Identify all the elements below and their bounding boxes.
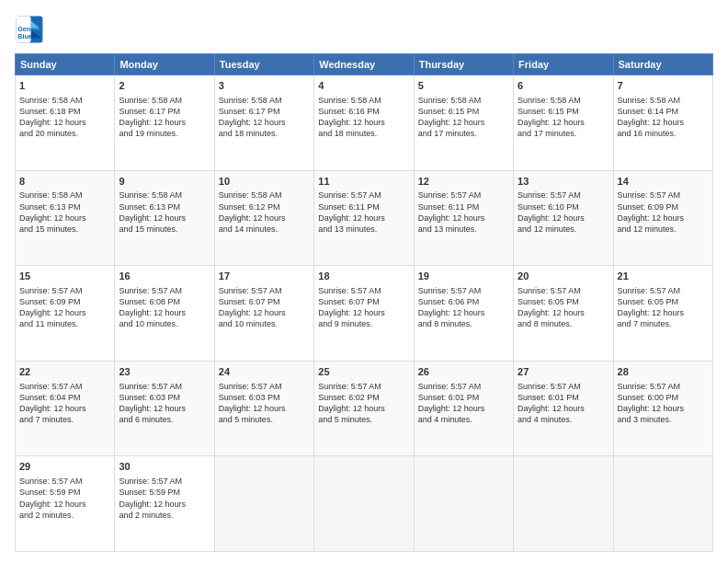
table-row: 22Sunrise: 5:57 AMSunset: 6:04 PMDayligh… [16, 361, 115, 456]
day-info: and 7 minutes. [618, 318, 709, 329]
day-info: Daylight: 12 hours [518, 403, 609, 414]
day-info: Sunrise: 5:58 AM [19, 95, 110, 106]
day-info: Sunset: 6:13 PM [119, 201, 210, 213]
day-info: Sunset: 6:14 PM [618, 106, 709, 117]
day-info: Sunrise: 5:57 AM [418, 381, 509, 392]
day-info: Sunrise: 5:57 AM [418, 285, 509, 296]
day-info: Daylight: 12 hours [119, 117, 210, 128]
day-number: 17 [219, 270, 310, 283]
day-info: Sunset: 5:59 PM [19, 487, 110, 498]
day-number: 24 [219, 365, 310, 379]
day-number: 16 [119, 270, 210, 283]
header-row: SundayMondayTuesdayWednesdayThursdayFrid… [16, 54, 713, 75]
day-info: and 15 minutes. [119, 224, 210, 235]
col-header-tuesday: Tuesday [214, 54, 313, 75]
day-info: Daylight: 12 hours [418, 213, 509, 224]
day-info: Sunset: 6:05 PM [518, 296, 609, 307]
day-info: Sunrise: 5:57 AM [119, 476, 210, 487]
table-row: 8Sunrise: 5:58 AMSunset: 6:13 PMDaylight… [16, 170, 115, 266]
day-info: Sunrise: 5:57 AM [618, 190, 709, 201]
calendar-week-3: 15Sunrise: 5:57 AMSunset: 6:09 PMDayligh… [16, 266, 713, 362]
col-header-saturday: Saturday [613, 54, 712, 75]
day-info: Daylight: 12 hours [518, 117, 609, 128]
day-info: Daylight: 12 hours [19, 213, 110, 224]
table-row: 16Sunrise: 5:57 AMSunset: 6:08 PMDayligh… [115, 266, 214, 362]
day-info: Daylight: 12 hours [119, 307, 210, 318]
day-info: Daylight: 12 hours [418, 307, 509, 318]
svg-text:Blue: Blue [17, 32, 32, 40]
day-info: and 13 minutes. [318, 224, 409, 235]
day-number: 14 [618, 175, 709, 189]
table-row: 19Sunrise: 5:57 AMSunset: 6:06 PMDayligh… [414, 266, 513, 362]
day-info: Daylight: 12 hours [418, 403, 509, 414]
day-info: Sunset: 6:05 PM [618, 296, 709, 307]
day-info: Daylight: 12 hours [119, 499, 210, 510]
day-info: Sunset: 6:07 PM [219, 296, 310, 307]
day-info: and 2 minutes. [19, 510, 110, 521]
day-info: Sunrise: 5:57 AM [19, 476, 110, 487]
day-info: Sunrise: 5:58 AM [119, 95, 210, 106]
day-info: Sunrise: 5:57 AM [518, 285, 609, 296]
day-number: 26 [418, 365, 509, 379]
day-info: Daylight: 12 hours [318, 403, 409, 414]
table-row: 24Sunrise: 5:57 AMSunset: 6:03 PMDayligh… [214, 361, 313, 456]
day-info: and 4 minutes. [518, 414, 609, 425]
day-info: and 7 minutes. [19, 414, 110, 425]
day-info: and 4 minutes. [418, 414, 509, 425]
table-row [613, 456, 712, 552]
table-row [214, 456, 313, 552]
day-info: Daylight: 12 hours [518, 213, 609, 224]
day-number: 10 [219, 175, 310, 189]
day-number: 2 [119, 79, 210, 93]
day-number: 25 [318, 365, 409, 379]
table-row: 17Sunrise: 5:57 AMSunset: 6:07 PMDayligh… [214, 266, 313, 362]
day-info: Daylight: 12 hours [219, 403, 310, 414]
day-info: Daylight: 12 hours [119, 403, 210, 414]
day-number: 3 [219, 79, 310, 93]
day-info: Sunrise: 5:58 AM [518, 95, 609, 106]
day-number: 22 [19, 365, 110, 379]
day-info: and 16 minutes. [618, 128, 709, 139]
day-info: and 5 minutes. [318, 414, 409, 425]
day-info: Sunset: 6:02 PM [318, 392, 409, 403]
table-row: 14Sunrise: 5:57 AMSunset: 6:09 PMDayligh… [613, 170, 712, 266]
table-row: 5Sunrise: 5:58 AMSunset: 6:15 PMDaylight… [414, 75, 513, 171]
day-info: Daylight: 12 hours [19, 403, 110, 414]
table-row: 21Sunrise: 5:57 AMSunset: 6:05 PMDayligh… [613, 266, 712, 362]
day-info: and 12 minutes. [618, 224, 709, 235]
day-info: Sunset: 6:15 PM [518, 106, 609, 117]
day-info: Daylight: 12 hours [518, 307, 609, 318]
day-number: 19 [418, 270, 509, 283]
day-info: Sunrise: 5:57 AM [19, 381, 110, 392]
day-info: Daylight: 12 hours [318, 213, 409, 224]
day-info: Sunrise: 5:57 AM [618, 381, 709, 392]
col-header-friday: Friday [514, 54, 613, 75]
table-row: 10Sunrise: 5:58 AMSunset: 6:12 PMDayligh… [214, 170, 313, 266]
day-info: Daylight: 12 hours [618, 403, 709, 414]
table-row: 30Sunrise: 5:57 AMSunset: 5:59 PMDayligh… [115, 456, 214, 552]
day-info: Sunset: 6:07 PM [318, 296, 409, 307]
day-number: 15 [19, 270, 110, 283]
day-info: Sunset: 6:10 PM [518, 201, 609, 213]
day-info: Sunset: 6:01 PM [418, 392, 509, 403]
day-info: Sunrise: 5:57 AM [318, 190, 409, 201]
day-info: and 9 minutes. [318, 318, 409, 329]
day-info: Daylight: 12 hours [19, 499, 110, 510]
col-header-monday: Monday [115, 54, 214, 75]
day-info: and 18 minutes. [219, 128, 310, 139]
day-number: 13 [518, 175, 609, 189]
day-info: and 11 minutes. [19, 318, 110, 329]
table-row: 20Sunrise: 5:57 AMSunset: 6:05 PMDayligh… [514, 266, 613, 362]
table-row: 2Sunrise: 5:58 AMSunset: 6:17 PMDaylight… [115, 75, 214, 171]
day-info: Sunset: 6:13 PM [19, 201, 110, 213]
day-info: and 10 minutes. [119, 318, 210, 329]
table-row: 1Sunrise: 5:58 AMSunset: 6:18 PMDaylight… [16, 75, 115, 171]
table-row [314, 456, 414, 552]
day-info: Sunset: 6:16 PM [318, 106, 409, 117]
day-info: and 6 minutes. [119, 414, 210, 425]
calendar-week-5: 29Sunrise: 5:57 AMSunset: 5:59 PMDayligh… [16, 456, 713, 552]
day-info: and 17 minutes. [418, 128, 509, 139]
day-info: Daylight: 12 hours [219, 213, 310, 224]
day-info: Daylight: 12 hours [119, 213, 210, 224]
table-row: 4Sunrise: 5:58 AMSunset: 6:16 PMDaylight… [314, 75, 414, 171]
